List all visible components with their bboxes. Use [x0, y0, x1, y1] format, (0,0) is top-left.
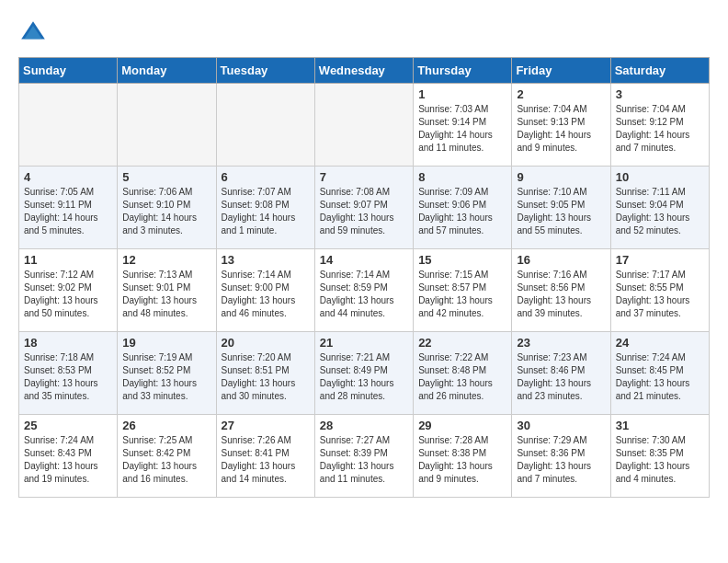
- day-number: 3: [616, 87, 704, 101]
- day-info: Sunrise: 7:04 AMSunset: 9:12 PMDaylight:…: [616, 103, 704, 155]
- day-number: 22: [418, 336, 506, 350]
- calendar-cell: [314, 84, 413, 167]
- day-info: Sunrise: 7:27 AMSunset: 8:39 PMDaylight:…: [320, 434, 408, 486]
- day-number: 25: [24, 419, 112, 432]
- calendar-cell: 9Sunrise: 7:10 AMSunset: 9:05 PMDaylight…: [512, 167, 610, 249]
- day-info: Sunrise: 7:07 AMSunset: 9:08 PMDaylight:…: [222, 186, 310, 237]
- calendar-cell: 26Sunrise: 7:25 AMSunset: 8:42 PMDayligh…: [118, 415, 216, 498]
- calendar-cell: 5Sunrise: 7:06 AMSunset: 9:10 PMDaylight…: [118, 167, 216, 249]
- calendar-cell: 19Sunrise: 7:19 AMSunset: 8:52 PMDayligh…: [118, 332, 216, 415]
- day-info: Sunrise: 7:16 AMSunset: 8:56 PMDaylight:…: [517, 269, 605, 320]
- day-info: Sunrise: 7:28 AMSunset: 8:38 PMDaylight:…: [418, 434, 506, 486]
- day-number: 1: [418, 87, 506, 101]
- day-number: 9: [517, 170, 605, 184]
- logo-icon: [18, 18, 48, 48]
- calendar-cell: 8Sunrise: 7:09 AMSunset: 9:06 PMDaylight…: [414, 167, 512, 249]
- day-number: 16: [517, 253, 605, 267]
- calendar-cell: 28Sunrise: 7:27 AMSunset: 8:39 PMDayligh…: [314, 415, 413, 498]
- day-number: 26: [122, 419, 210, 432]
- col-header-saturday: Saturday: [610, 58, 709, 84]
- col-header-sunday: Sunday: [19, 58, 118, 84]
- day-number: 11: [24, 253, 112, 267]
- calendar-week-row: 1Sunrise: 7:03 AMSunset: 9:14 PMDaylight…: [19, 84, 710, 167]
- day-info: Sunrise: 7:09 AMSunset: 9:06 PMDaylight:…: [418, 186, 506, 237]
- day-number: 5: [122, 170, 210, 184]
- calendar-cell: 20Sunrise: 7:20 AMSunset: 8:51 PMDayligh…: [216, 332, 314, 415]
- calendar-header-row: SundayMondayTuesdayWednesdayThursdayFrid…: [19, 58, 710, 84]
- calendar-cell: 12Sunrise: 7:13 AMSunset: 9:01 PMDayligh…: [118, 249, 216, 332]
- day-info: Sunrise: 7:06 AMSunset: 9:10 PMDaylight:…: [122, 186, 210, 237]
- calendar-cell: 14Sunrise: 7:14 AMSunset: 8:59 PMDayligh…: [314, 249, 413, 332]
- day-number: 18: [24, 336, 112, 350]
- day-info: Sunrise: 7:18 AMSunset: 8:53 PMDaylight:…: [24, 351, 112, 403]
- calendar-cell: 3Sunrise: 7:04 AMSunset: 9:12 PMDaylight…: [610, 84, 709, 167]
- logo: [18, 18, 51, 48]
- day-number: 14: [320, 253, 408, 267]
- day-number: 6: [222, 170, 310, 184]
- day-number: 13: [222, 253, 310, 267]
- col-header-wednesday: Wednesday: [314, 58, 413, 84]
- day-info: Sunrise: 7:22 AMSunset: 8:48 PMDaylight:…: [418, 351, 506, 403]
- day-info: Sunrise: 7:19 AMSunset: 8:52 PMDaylight:…: [122, 351, 210, 403]
- day-number: 15: [418, 253, 506, 267]
- day-number: 7: [320, 170, 408, 184]
- day-number: 8: [418, 170, 506, 184]
- col-header-friday: Friday: [512, 58, 610, 84]
- calendar-cell: 7Sunrise: 7:08 AMSunset: 9:07 PMDaylight…: [314, 167, 413, 249]
- calendar-cell: [19, 84, 118, 167]
- calendar-cell: 23Sunrise: 7:23 AMSunset: 8:46 PMDayligh…: [512, 332, 610, 415]
- calendar-week-row: 18Sunrise: 7:18 AMSunset: 8:53 PMDayligh…: [19, 332, 710, 415]
- calendar-cell: 15Sunrise: 7:15 AMSunset: 8:57 PMDayligh…: [414, 249, 512, 332]
- day-number: 12: [122, 253, 210, 267]
- header: [18, 18, 710, 48]
- calendar-cell: 13Sunrise: 7:14 AMSunset: 9:00 PMDayligh…: [216, 249, 314, 332]
- calendar-week-row: 4Sunrise: 7:05 AMSunset: 9:11 PMDaylight…: [19, 167, 710, 249]
- day-info: Sunrise: 7:04 AMSunset: 9:13 PMDaylight:…: [517, 103, 605, 155]
- calendar-table: SundayMondayTuesdayWednesdayThursdayFrid…: [18, 57, 710, 498]
- calendar-cell: 18Sunrise: 7:18 AMSunset: 8:53 PMDayligh…: [19, 332, 118, 415]
- day-info: Sunrise: 7:15 AMSunset: 8:57 PMDaylight:…: [418, 269, 506, 320]
- calendar-cell: [118, 84, 216, 167]
- day-info: Sunrise: 7:24 AMSunset: 8:43 PMDaylight:…: [24, 434, 112, 486]
- calendar-cell: 30Sunrise: 7:29 AMSunset: 8:36 PMDayligh…: [512, 415, 610, 498]
- calendar-cell: [216, 84, 314, 167]
- calendar-cell: 10Sunrise: 7:11 AMSunset: 9:04 PMDayligh…: [610, 167, 709, 249]
- day-number: 19: [122, 336, 210, 350]
- day-info: Sunrise: 7:05 AMSunset: 9:11 PMDaylight:…: [24, 186, 112, 237]
- day-number: 27: [222, 419, 310, 432]
- day-number: 4: [24, 170, 112, 184]
- day-info: Sunrise: 7:26 AMSunset: 8:41 PMDaylight:…: [222, 434, 310, 486]
- day-info: Sunrise: 7:21 AMSunset: 8:49 PMDaylight:…: [320, 351, 408, 403]
- day-info: Sunrise: 7:30 AMSunset: 8:35 PMDaylight:…: [616, 434, 704, 486]
- day-number: 29: [418, 419, 506, 432]
- day-number: 17: [616, 253, 704, 267]
- day-info: Sunrise: 7:14 AMSunset: 9:00 PMDaylight:…: [222, 269, 310, 320]
- day-info: Sunrise: 7:20 AMSunset: 8:51 PMDaylight:…: [222, 351, 310, 403]
- day-info: Sunrise: 7:24 AMSunset: 8:45 PMDaylight:…: [616, 351, 704, 403]
- calendar-cell: 17Sunrise: 7:17 AMSunset: 8:55 PMDayligh…: [610, 249, 709, 332]
- day-number: 20: [222, 336, 310, 350]
- calendar-cell: 11Sunrise: 7:12 AMSunset: 9:02 PMDayligh…: [19, 249, 118, 332]
- day-info: Sunrise: 7:25 AMSunset: 8:42 PMDaylight:…: [122, 434, 210, 486]
- calendar-cell: 21Sunrise: 7:21 AMSunset: 8:49 PMDayligh…: [314, 332, 413, 415]
- col-header-monday: Monday: [118, 58, 216, 84]
- calendar-cell: 31Sunrise: 7:30 AMSunset: 8:35 PMDayligh…: [610, 415, 709, 498]
- day-info: Sunrise: 7:13 AMSunset: 9:01 PMDaylight:…: [122, 269, 210, 320]
- col-header-tuesday: Tuesday: [216, 58, 314, 84]
- day-info: Sunrise: 7:08 AMSunset: 9:07 PMDaylight:…: [320, 186, 408, 237]
- day-info: Sunrise: 7:23 AMSunset: 8:46 PMDaylight:…: [517, 351, 605, 403]
- day-info: Sunrise: 7:12 AMSunset: 9:02 PMDaylight:…: [24, 269, 112, 320]
- day-number: 23: [517, 336, 605, 350]
- day-number: 21: [320, 336, 408, 350]
- calendar-cell: 24Sunrise: 7:24 AMSunset: 8:45 PMDayligh…: [610, 332, 709, 415]
- calendar-cell: 25Sunrise: 7:24 AMSunset: 8:43 PMDayligh…: [19, 415, 118, 498]
- calendar-cell: 29Sunrise: 7:28 AMSunset: 8:38 PMDayligh…: [414, 415, 512, 498]
- col-header-thursday: Thursday: [414, 58, 512, 84]
- calendar-cell: 22Sunrise: 7:22 AMSunset: 8:48 PMDayligh…: [414, 332, 512, 415]
- day-info: Sunrise: 7:29 AMSunset: 8:36 PMDaylight:…: [517, 434, 605, 486]
- calendar-cell: 1Sunrise: 7:03 AMSunset: 9:14 PMDaylight…: [414, 84, 512, 167]
- day-info: Sunrise: 7:10 AMSunset: 9:05 PMDaylight:…: [517, 186, 605, 237]
- calendar-week-row: 25Sunrise: 7:24 AMSunset: 8:43 PMDayligh…: [19, 415, 710, 498]
- day-number: 10: [616, 170, 704, 184]
- calendar-cell: 2Sunrise: 7:04 AMSunset: 9:13 PMDaylight…: [512, 84, 610, 167]
